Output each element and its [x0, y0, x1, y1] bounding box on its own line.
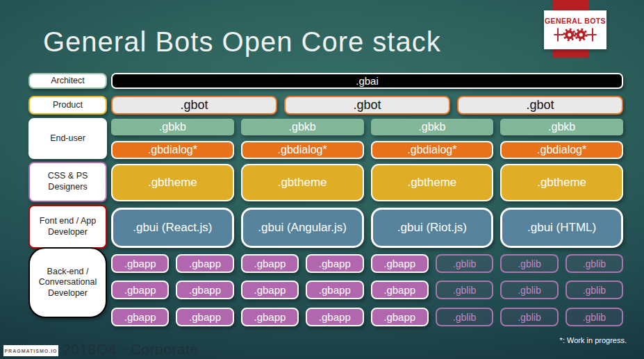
backend-row-3: .gbapp.gbapp.gbapp.gbapp.gbapp .gblib.gb…	[111, 308, 623, 326]
gbkb-row: .gbkb.gbkb.gbkb.gbkb	[111, 119, 623, 135]
gbapp-block: .gbapp	[306, 308, 363, 326]
gbtheme-block: .gbtheme	[500, 164, 623, 201]
gbui-block: .gbui (Angular.js)	[241, 208, 364, 248]
gblib-block: .gblib	[565, 254, 623, 273]
gbapp-block: .gbapp	[241, 308, 299, 326]
gbai-row: .gbai	[111, 73, 623, 89]
backend-row-1: .gbapp.gbapp.gbapp.gbapp.gbapp .gblib.gb…	[111, 254, 623, 273]
role-label-front-end-app-developer: Font end / App Developer	[28, 205, 107, 249]
role-label-css-ps-designers: CSS & PS Designers	[28, 162, 107, 202]
backend-row-2: .gbapp.gbapp.gbapp.gbapp.gbapp .gblib.gb…	[111, 281, 623, 299]
gbapp-block: .gbapp	[111, 281, 169, 299]
gbkb-block: .gbkb	[241, 119, 364, 135]
role-label-back-end-conversational-developer: Back-end / Conversational Developer	[28, 247, 107, 318]
gblib-block: .gblib	[500, 281, 558, 299]
gblib-block: .gblib	[500, 308, 558, 326]
gbot-block: .gbot	[111, 96, 277, 115]
gblib-block: .gblib	[436, 308, 493, 326]
gbapp-block: .gbapp	[371, 281, 429, 299]
footer-caption: 2018Q4 - Corporate	[63, 341, 199, 358]
gears-icon	[553, 26, 597, 44]
gblib-block: .gblib	[436, 281, 493, 299]
logo-brand-text: GENERAL BOTS	[545, 17, 606, 25]
work-in-progress-note: *: Work in progress.	[560, 336, 627, 344]
gbapp-block: .gbapp	[306, 254, 363, 273]
gbdialog-row: .gbdialog*.gbdialog*.gbdialog*.gbdialog*	[111, 141, 623, 159]
gbkb-block: .gbkb	[111, 119, 234, 135]
gbapp-block: .gbapp	[371, 308, 429, 326]
gbui-block: .gbui (Riot.js)	[371, 208, 494, 248]
gbkb-block: .gbkb	[371, 119, 494, 135]
gbot-row: .gbot.gbot.gbot	[111, 96, 623, 115]
gbapp-block: .gbapp	[176, 308, 233, 326]
slide: General Bots Open Core stack GENERAL BOT…	[0, 0, 644, 359]
gbdialog-block: .gbdialog*	[371, 141, 494, 159]
role-label-architect: Architect	[28, 73, 107, 89]
gbui-block: .gbui (HTML)	[500, 208, 623, 248]
gbapp-block: .gbapp	[241, 254, 299, 273]
role-label-product: Product	[28, 96, 107, 115]
gbapp-block: .gbapp	[306, 281, 363, 299]
gbapp-block: .gbapp	[176, 281, 233, 299]
gbdialog-block: .gbdialog*	[241, 141, 364, 159]
gbapp-block: .gbapp	[371, 254, 429, 273]
gbot-block: .gbot	[284, 96, 450, 115]
page-title: General Bots Open Core stack	[43, 26, 441, 58]
gblib-block: .gblib	[565, 281, 623, 299]
gbapp-block: .gbapp	[111, 308, 169, 326]
gbapp-block: .gbapp	[176, 254, 233, 273]
gblib-block: .gblib	[565, 308, 623, 326]
gbui-block: .gbui (React.js)	[111, 208, 234, 248]
gbtheme-block: .gbtheme	[241, 164, 364, 201]
gblib-block: .gblib	[500, 254, 558, 273]
gbapp-block: .gbapp	[241, 281, 299, 299]
gbai-block: .gbai	[111, 73, 623, 89]
gbot-block: .gbot	[457, 96, 623, 115]
general-bots-logo: GENERAL BOTS	[544, 10, 606, 49]
role-label-end-user: End-user	[28, 118, 107, 159]
gbtheme-block: .gbtheme	[371, 164, 494, 201]
gbkb-block: .gbkb	[500, 119, 623, 135]
gbdialog-block: .gbdialog*	[500, 141, 623, 159]
gbtheme-block: .gbtheme	[111, 164, 234, 201]
pragmatismo-badge: PRAGMATISMO.IO	[3, 345, 58, 356]
gbapp-block: .gbapp	[111, 254, 169, 273]
gbtheme-row: .gbtheme.gbtheme.gbtheme.gbtheme	[111, 164, 623, 201]
gbdialog-block: .gbdialog*	[111, 141, 234, 159]
gblib-block: .gblib	[436, 254, 493, 273]
gbui-row: .gbui (React.js).gbui (Angular.js).gbui …	[111, 208, 623, 248]
